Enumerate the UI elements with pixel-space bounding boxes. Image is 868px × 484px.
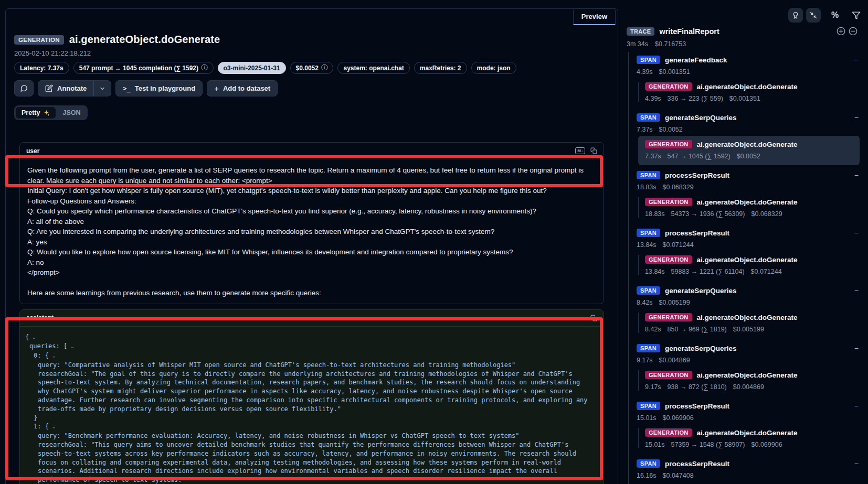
trace-tree-span: SPANgenerateSerpQueries−8.42s$0.005199GE…	[637, 285, 860, 334]
markdown-toggle-icon[interactable]: M↓	[575, 147, 585, 155]
span-duration: 18.83s	[637, 184, 657, 192]
trace-tree-generation[interactable]: GENERATIONai.generateObject.doGenerate9.…	[638, 370, 860, 392]
tab-preview[interactable]: Preview	[573, 8, 616, 25]
span-row[interactable]: SPANgenerateSerpQueries−	[637, 285, 860, 296]
collapse-node-icon[interactable]: −	[854, 229, 860, 236]
expand-all-button[interactable]	[836, 26, 846, 36]
generation-token-usage: 54373 → 1936 (∑ 56309)	[671, 210, 745, 219]
span-duration: 16.16s	[637, 472, 657, 480]
chevron-down-icon[interactable]: ⌄	[51, 423, 56, 430]
generation-cost: $0.068329	[751, 210, 782, 219]
filter-button[interactable]	[849, 8, 863, 23]
generation-row[interactable]: GENERATIONai.generateObject.doGenerate	[645, 197, 860, 207]
pill-label: system: openai.chat	[343, 64, 404, 72]
info-icon[interactable]: ⓘ	[201, 63, 208, 72]
json-line-text: {	[25, 334, 29, 341]
chevron-down-icon[interactable]: ⌄	[31, 334, 36, 341]
pill-label: mode: json	[477, 64, 511, 72]
trace-tree-generation[interactable]: GENERATIONai.generateObject.doGenerate15…	[638, 427, 860, 449]
annotate-dropdown-button[interactable]	[93, 80, 111, 96]
generation-row[interactable]: GENERATIONai.generateObject.doGenerate	[645, 139, 854, 149]
metadata-pill[interactable]: o3-mini-2025-01-31	[218, 62, 286, 74]
test-in-playground-button[interactable]: >_ Test in playground	[115, 80, 203, 96]
metadata-pill: Latency: 7.37s	[14, 62, 69, 74]
page-title: ai.generateObject.doGenerate	[69, 34, 220, 46]
generation-badge: GENERATION	[645, 82, 692, 91]
view-toggle-pretty[interactable]: Pretty	[16, 107, 56, 119]
trace-tree-generation[interactable]: GENERATIONai.generateObject.doGenerate8.…	[638, 312, 860, 334]
view-toggle-json[interactable]: JSON	[57, 107, 86, 119]
collapse-node-icon[interactable]: −	[854, 56, 860, 63]
span-row[interactable]: SPANprocessSerpResult−	[637, 170, 860, 180]
pill-label: Latency: 7.37s	[20, 64, 63, 72]
generation-row[interactable]: GENERATIONai.generateObject.doGenerate	[645, 254, 860, 265]
comment-button[interactable]	[14, 80, 34, 96]
json-line: 0: {⌄	[20, 351, 595, 361]
annotation-badge-button[interactable]	[788, 8, 803, 23]
span-row[interactable]: SPANprocessSerpResult−	[637, 228, 860, 238]
span-duration: 4.39s	[637, 68, 653, 77]
span-row[interactable]: SPANgenerateSerpQueries−	[637, 343, 860, 353]
generation-name: ai.generateObject.doGenerate	[697, 371, 798, 379]
span-metrics: 15.01s$0.069906	[637, 414, 860, 423]
trace-tree-generation[interactable]: GENERATIONai.generateObject.doGenerate7.…	[638, 136, 860, 165]
add-to-dataset-label: Add to dataset	[223, 84, 270, 92]
collapse-node-icon[interactable]: −	[854, 287, 860, 294]
json-line: 1: {⌄	[20, 422, 595, 432]
collapse-node-icon[interactable]: −	[854, 114, 860, 121]
award-badge-icon	[791, 11, 800, 19]
trace-tree-generation[interactable]: GENERATIONai.generateObject.doGenerate4.…	[638, 81, 860, 103]
generation-row[interactable]: GENERATIONai.generateObject.doGenerate	[645, 370, 860, 380]
sidebar-toolbar: %	[788, 8, 863, 23]
collapse-icon	[809, 11, 818, 19]
copy-icon[interactable]	[590, 147, 597, 154]
span-row[interactable]: SPANgenerateSerpQueries−	[637, 112, 860, 123]
json-line: {⌄	[20, 333, 595, 342]
trace-tree-root[interactable]: TRACE writeFinalReport	[627, 26, 858, 36]
chevron-down-icon[interactable]: ⌄	[70, 343, 75, 350]
span-badge: SPAN	[637, 171, 660, 179]
span-metrics: 16.16s$0.047408	[637, 472, 860, 480]
json-line-text: query: "Benchmark performance evaluation…	[38, 432, 520, 439]
span-badge: SPAN	[637, 113, 660, 122]
generation-metrics: 4.39s336 → 223 (∑ 559)$0.001351	[645, 95, 860, 103]
generation-row[interactable]: GENERATIONai.generateObject.doGenerate	[645, 81, 860, 92]
metadata-pills: Latency: 7.37s547 prompt → 1045 completi…	[14, 62, 609, 74]
chevron-down-icon[interactable]: ⌄	[51, 352, 56, 359]
generation-duration: 4.39s	[645, 95, 661, 103]
trace-tree-span: SPANprocessSerpResult−16.16s$0.047408GEN…	[637, 458, 860, 484]
generation-token-usage: 59883 → 1221 (∑ 61104)	[671, 268, 745, 276]
user-message-panel: user M↓ Given the following prompt from …	[19, 142, 604, 304]
trace-tree-span: SPANgenerateSerpQueries−7.37s$0.0052GENE…	[637, 112, 860, 165]
collapse-node-icon[interactable]: −	[854, 345, 860, 352]
generation-row[interactable]: GENERATIONai.generateObject.doGenerate	[645, 427, 860, 438]
span-name: generateSerpQueries	[665, 345, 737, 352]
observation-timestamp: 2025-02-10 21:22:18.212	[14, 49, 609, 57]
playground-label: Test in playground	[135, 84, 195, 92]
info-icon[interactable]: ⓘ	[321, 63, 328, 72]
collapse-node-icon[interactable]: −	[854, 402, 860, 410]
scores-percent-button[interactable]: %	[828, 8, 842, 23]
span-name: generateSerpQueries	[665, 287, 737, 295]
add-to-dataset-button[interactable]: + Add to dataset	[207, 80, 278, 96]
generation-duration: 15.01s	[645, 441, 665, 449]
generation-row[interactable]: GENERATIONai.generateObject.doGenerate	[645, 312, 860, 322]
collapse-panel-button[interactable]	[806, 8, 821, 23]
span-row[interactable]: SPANprocessSerpResult−	[637, 401, 860, 411]
copy-icon[interactable]	[590, 315, 597, 321]
span-row[interactable]: SPANgenerateFeedback−	[637, 55, 860, 65]
annotate-button[interactable]: Annotate	[38, 80, 93, 96]
trace-tree-generation[interactable]: GENERATIONai.generateObject.doGenerate18…	[638, 197, 860, 219]
span-badge: SPAN	[637, 229, 660, 237]
generation-duration: 7.37s	[645, 153, 661, 161]
generation-badge: GENERATION	[645, 140, 692, 148]
span-cost: $0.069906	[663, 414, 694, 423]
collapse-all-button[interactable]	[848, 26, 858, 36]
span-row[interactable]: SPANprocessSerpResult−	[637, 458, 860, 469]
trace-tree-generation[interactable]: GENERATIONai.generateObject.doGenerate13…	[638, 254, 860, 276]
terminal-icon: >_	[123, 85, 130, 92]
json-line-text: researchGoal: "The goal of this query is…	[38, 370, 591, 413]
generation-duration: 8.42s	[645, 326, 661, 334]
collapse-node-icon[interactable]: −	[854, 460, 860, 467]
collapse-node-icon[interactable]: −	[854, 171, 860, 179]
